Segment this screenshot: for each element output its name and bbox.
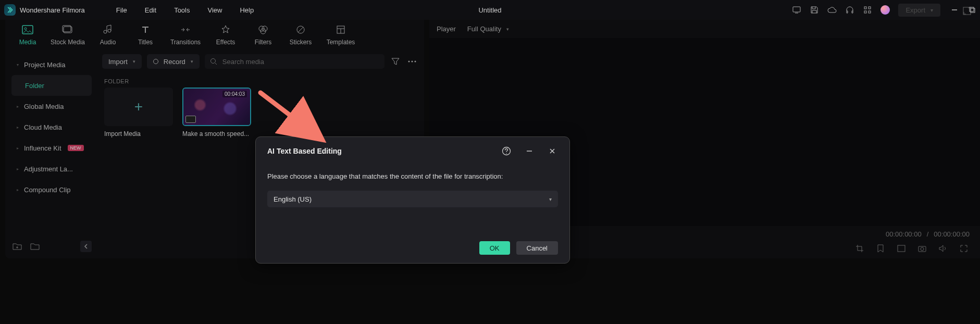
- record-button[interactable]: Record▾: [147, 54, 200, 69]
- tab-transitions[interactable]: Transitions: [165, 24, 206, 46]
- import-button[interactable]: Import▾: [102, 54, 142, 69]
- tab-audio[interactable]: Audio: [90, 24, 126, 46]
- svg-rect-25: [963, 7, 971, 15]
- tab-label: Transitions: [170, 39, 201, 46]
- sidebar-item-label: Compound Clip: [24, 186, 71, 194]
- dialog-prompt: Please choose a language that matches th…: [267, 172, 558, 180]
- quality-select[interactable]: Full Quality▾: [467, 25, 509, 33]
- sidebar-item-label: Folder: [16, 82, 44, 90]
- screen-icon[interactable]: [792, 5, 801, 15]
- templates-icon: [335, 24, 346, 35]
- media-sidebar: ▾Project Media Folder ▸Global Media ▸Clo…: [5, 50, 98, 258]
- search-input[interactable]: [222, 58, 379, 66]
- menu-view[interactable]: View: [207, 6, 222, 14]
- svg-point-22: [408, 61, 410, 63]
- snapshot-icon[interactable]: [916, 243, 928, 254]
- tab-label: Audio: [100, 39, 116, 46]
- cancel-button[interactable]: Cancel: [516, 241, 558, 255]
- search-box[interactable]: [205, 54, 384, 69]
- volume-icon[interactable]: [937, 243, 949, 254]
- tab-stickers[interactable]: Stickers: [282, 24, 319, 46]
- ratio-icon[interactable]: [896, 243, 907, 254]
- tab-label: Stock Media: [51, 39, 85, 46]
- dialog-minimize[interactable]: [524, 145, 535, 157]
- stickers-icon: [295, 24, 306, 35]
- sidebar-item-folder[interactable]: Folder: [11, 75, 92, 96]
- clip-thumb: 00:04:03: [182, 88, 251, 126]
- apps-icon[interactable]: [863, 5, 872, 15]
- sidebar-item-compound-clip[interactable]: ▸Compound Clip: [11, 179, 92, 200]
- language-select[interactable]: English (US) ▾: [267, 191, 558, 207]
- tab-titles[interactable]: Titles: [127, 24, 164, 46]
- record-icon: [153, 59, 158, 64]
- marker-icon[interactable]: [875, 243, 886, 254]
- sidebar-item-label: Global Media: [24, 103, 64, 110]
- import-thumb: +: [104, 88, 173, 126]
- new-folder-icon[interactable]: [11, 241, 23, 252]
- tab-effects[interactable]: Effects: [207, 24, 244, 46]
- sidebar-item-cloud-media[interactable]: ▸Cloud Media: [11, 117, 92, 138]
- document-title: Untitled: [478, 6, 501, 14]
- chevron-down-icon: ▾: [549, 196, 552, 202]
- crop-icon[interactable]: [854, 243, 865, 254]
- cloud-icon[interactable]: [827, 5, 837, 15]
- folder-icon[interactable]: [29, 241, 41, 252]
- fullscreen-icon[interactable]: [958, 243, 970, 254]
- window-minimize[interactable]: [951, 6, 958, 14]
- stock-icon: [62, 24, 73, 35]
- menu-edit[interactable]: Edit: [145, 6, 156, 14]
- expand-icon[interactable]: [961, 5, 973, 17]
- card-label: Import Media: [104, 130, 173, 138]
- tab-label: Templates: [327, 39, 355, 46]
- ai-text-editing-dialog: AI Text Based Editing Please choose a la…: [255, 136, 570, 264]
- menu-tools[interactable]: Tools: [174, 6, 190, 14]
- search-icon: [210, 58, 217, 65]
- svg-rect-26: [898, 245, 905, 252]
- panel-tabs: Media Stock Media Audio Titles Transitio…: [5, 20, 424, 50]
- svg-rect-5: [869, 11, 871, 13]
- tab-media[interactable]: Media: [9, 24, 46, 46]
- sidebar-item-global-media[interactable]: ▸Global Media: [11, 96, 92, 117]
- export-button[interactable]: Export▾: [898, 4, 940, 17]
- sidebar-item-influence-kit[interactable]: ▸Influence KitNEW: [11, 138, 92, 158]
- more-icon[interactable]: [406, 56, 418, 67]
- collapse-sidebar[interactable]: [80, 241, 92, 252]
- save-icon[interactable]: [810, 5, 819, 15]
- tab-label: Titles: [138, 39, 153, 46]
- audio-icon: [102, 24, 114, 35]
- sidebar-item-project-media[interactable]: ▾Project Media: [11, 54, 92, 75]
- dialog-close[interactable]: [547, 145, 558, 157]
- svg-rect-2: [864, 7, 866, 9]
- sidebar-item-label: Cloud Media: [24, 123, 62, 131]
- transitions-icon: [180, 24, 191, 35]
- menu-file[interactable]: File: [116, 6, 127, 14]
- import-media-card[interactable]: + Import Media: [104, 88, 173, 138]
- tab-filters[interactable]: Filters: [245, 24, 281, 46]
- ok-button[interactable]: OK: [479, 241, 510, 255]
- svg-rect-4: [864, 11, 866, 13]
- plus-icon: +: [134, 98, 143, 115]
- section-label: FOLDER: [98, 69, 424, 88]
- svg-rect-0: [793, 7, 800, 12]
- effects-icon: [220, 24, 231, 35]
- svg-point-10: [24, 28, 27, 30]
- media-clip-card[interactable]: 00:04:03 Make a smooth speed...: [182, 88, 251, 138]
- filter-icon[interactable]: [390, 56, 401, 67]
- menu-help[interactable]: Help: [240, 6, 254, 14]
- svg-point-28: [921, 247, 924, 251]
- tab-templates[interactable]: Templates: [320, 24, 362, 46]
- help-icon[interactable]: [501, 145, 512, 157]
- tab-label: Stickers: [290, 39, 312, 46]
- time-total: 00:00:00:00: [934, 230, 970, 238]
- media-icon: [22, 24, 33, 35]
- svg-point-23: [412, 61, 413, 63]
- svg-rect-3: [869, 7, 871, 9]
- sidebar-item-adjustment-layer[interactable]: ▸Adjustment La...: [11, 158, 92, 179]
- headphones-icon[interactable]: [845, 5, 854, 15]
- svg-line-21: [215, 63, 217, 65]
- filters-icon: [257, 24, 269, 35]
- svg-point-24: [415, 61, 416, 63]
- avatar[interactable]: [880, 5, 890, 15]
- tab-stock-media[interactable]: Stock Media: [47, 24, 89, 46]
- player-tab[interactable]: Player: [437, 25, 456, 33]
